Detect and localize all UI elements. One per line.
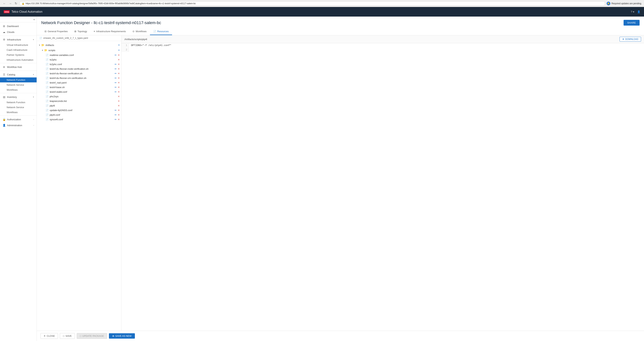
back-button[interactable]: ← — [2, 1, 6, 5]
file-edit-0[interactable]: ✏ — [115, 54, 117, 56]
sidebar-item-catalog-workflows[interactable]: Workflows — [0, 87, 36, 92]
save-new-label: SAVE AS NEW — [115, 335, 132, 337]
download-button[interactable]: ⬇ DOWNLOAD — [620, 37, 641, 41]
file-name-0: realtime-variables.conf — [50, 54, 114, 56]
page-title-row: Network Function Designer - llc-c1-testn… — [41, 20, 640, 25]
tree-file-ts2phc-conf[interactable]: 📄 ts2phc.conf ✏ ✕ — [37, 62, 121, 67]
sidebar-item-infrastructure-automation[interactable]: Infrastructure Automation — [0, 57, 36, 62]
save-button[interactable]: □ SAVE — [60, 333, 75, 339]
sidebar-item-partner-systems[interactable]: Partner Systems — [0, 52, 36, 57]
tab-resources[interactable]: 📄 Resources — [150, 28, 172, 35]
scripts-add-button[interactable]: + — [118, 48, 120, 52]
help-button[interactable]: ? ▾ — [631, 10, 634, 13]
browser-bar: ← → ↻ 🔒 https://10.208.70.66/telco/ui/tc… — [0, 0, 644, 7]
file-edit-7[interactable]: ✏ — [115, 86, 117, 89]
file-delete-2[interactable]: ✕ — [118, 63, 120, 66]
tree-file-update-ttygnss[interactable]: 📄 update-ttyGNSS.conf ✏ ✕ — [37, 108, 121, 113]
tree-artifacts-folder[interactable]: ▾ 📁 Artifacts + — [37, 42, 121, 48]
sidebar-item-clouds[interactable]: ☁ Clouds — [0, 29, 36, 35]
tree-file-ptp4l-conf[interactable]: 📄 ptp4l.conf ✏ ✕ — [37, 113, 121, 117]
file-actions-2: ✏ ✕ — [115, 63, 120, 66]
file-edit-6[interactable]: ✏ — [115, 81, 117, 84]
file-delete-6[interactable]: ✕ — [118, 81, 120, 84]
file-name-10: leapseconds.list — [50, 100, 117, 102]
update-package-button[interactable]: □ UPDATE PACKAGE — [77, 333, 107, 339]
share-button[interactable]: SHARE — [624, 20, 640, 25]
sidebar-item-inventory-network-service[interactable]: Network Service — [0, 105, 36, 110]
breadcrumb-file: vmware_nfv_custom_vnfd_2_7_1_types.yaml — [43, 37, 88, 39]
artifacts-add-button[interactable]: + — [118, 43, 120, 47]
save-as-new-button[interactable]: ⊕ SAVE AS NEW — [109, 333, 135, 339]
tree-file-testnf-du-flexran-node[interactable]: 📄 testnf-du-flexran-node-verification.sh… — [37, 67, 121, 71]
sidebar-item-inventory-network-function[interactable]: Network Function — [0, 100, 36, 105]
tree-file-ptp4l[interactable]: 📄 ptp4l ✕ — [37, 103, 121, 108]
file-delete-10[interactable]: ✕ — [118, 100, 120, 102]
line-number-2: 2 — [122, 48, 129, 52]
user-icon[interactable]: 👤 — [637, 10, 640, 13]
app-title: Telco Cloud Automation — [12, 10, 42, 13]
tree-file-testnf-nad[interactable]: 📄 testnf_nad.yaml ✏ ✕ — [37, 80, 121, 85]
file-edit-12[interactable]: ✏ — [115, 109, 117, 112]
tabs: ⊟ General Properties ⊞ Topology ≡ Infras… — [41, 28, 640, 35]
file-breadcrumb: 📄 vmware_nfv_custom_vnfd_2_7_1_types.yam… — [37, 35, 121, 41]
file-delete-7[interactable]: ✕ — [118, 86, 120, 89]
file-edit-3[interactable]: ✏ — [115, 67, 117, 70]
file-delete-1[interactable]: ✕ — [118, 58, 120, 61]
tab-topology[interactable]: ⊞ Topology — [71, 28, 90, 35]
sidebar-item-virtual-infrastructure[interactable]: Virtual Infrastructure — [0, 42, 36, 47]
file-edit-14[interactable]: ✏ — [115, 118, 117, 121]
file-delete-4[interactable]: ✕ — [118, 72, 120, 75]
tab-infrastructure-requirements[interactable]: ≡ Infrastructure Requirements — [90, 28, 129, 35]
file-delete-13[interactable]: ✕ — [118, 113, 120, 116]
tree-file-testnf-du-flexran-ver[interactable]: 📄 testnf-du-flexran-verification.sh ✏ ✕ — [37, 71, 121, 76]
file-edit-4[interactable]: ✏ — [115, 72, 117, 75]
file-edit-13[interactable]: ✏ — [115, 113, 117, 116]
file-icon-12: 📄 — [46, 109, 48, 112]
file-delete-5[interactable]: ✕ — [118, 77, 120, 79]
file-delete-9[interactable]: ✕ — [118, 95, 120, 98]
file-edit-5[interactable]: ✏ — [115, 77, 117, 79]
sidebar-collapse[interactable]: « — [0, 16, 36, 22]
tree-file-testnf-stalld[interactable]: 📄 testnf-stalld.conf ✏ ✕ — [37, 90, 121, 94]
sidebar-item-authorization[interactable]: 🔒 Authorization › — [0, 116, 36, 122]
download-label: DOWNLOAD — [625, 38, 638, 40]
sidebar-item-infrastructure[interactable]: ⚙ Infrastructure ▾ — [0, 37, 36, 42]
sidebar-item-inventory[interactable]: ▤ Inventory ▾ — [0, 94, 36, 100]
file-delete-8[interactable]: ✕ — [118, 90, 120, 93]
refresh-button[interactable]: ↻ — [14, 1, 18, 5]
sidebar-item-inventory-workflows[interactable]: Workflows — [0, 110, 36, 115]
tree-file-synce4l-conf[interactable]: 📄 synce4l.conf ✏ ✕ — [37, 117, 121, 122]
file-name-3: testnf-du-flexran-node-verification.sh — [50, 67, 114, 70]
file-delete-11[interactable]: ✕ — [118, 104, 120, 107]
tree-file-ts2phc[interactable]: 📄 ts2phc ✕ — [37, 57, 121, 62]
file-edit-8[interactable]: ✏ — [115, 90, 117, 93]
sidebar-item-administration[interactable]: 👤 Administration › — [0, 122, 36, 128]
sidebar-item-workflow-hub[interactable]: ⊛ Workflow Hub — [0, 64, 36, 70]
sidebar-label-infrastructure: Infrastructure — [7, 38, 32, 41]
tree-file-testnf-base[interactable]: 📄 testnf-base.sh ✏ ✕ — [37, 85, 121, 90]
tab-general-properties[interactable]: ⊟ General Properties — [41, 28, 71, 35]
file-edit-2[interactable]: ✏ — [115, 63, 117, 66]
sidebar-item-catalog[interactable]: ☰ Catalog ▾ — [0, 71, 36, 77]
sidebar-item-caas-infrastructure[interactable]: CaaS Infrastructure — [0, 47, 36, 52]
file-delete-14[interactable]: ✕ — [118, 118, 120, 121]
forward-button[interactable]: → — [8, 1, 12, 5]
tree-file-realtime-variables[interactable]: 📄 realtime-variables.conf ✏ ✕ — [37, 53, 121, 57]
sidebar-item-dashboard[interactable]: ⊞ Dashboard — [0, 23, 36, 29]
tree-scripts-folder[interactable]: ▾ 📁 scripts + — [37, 48, 121, 53]
file-content: 1 OPTIONS="-f /etc/ptp4l.conf" 2 — [122, 43, 644, 331]
file-delete-0[interactable]: ✕ — [118, 54, 120, 56]
tab-workflows[interactable]: ⊙ Workflows — [129, 28, 150, 35]
file-icon-13: 📄 — [46, 113, 48, 116]
sidebar-item-catalog-network-service[interactable]: Network Service — [0, 82, 36, 87]
tree-file-leapseconds[interactable]: 📄 leapseconds.list ✕ — [37, 99, 121, 103]
file-delete-12[interactable]: ✕ — [118, 109, 120, 112]
sidebar-item-catalog-network-function[interactable]: Network Function — [0, 77, 36, 82]
tree-file-phc2sys[interactable]: 📄 phc2sys ✕ — [37, 94, 121, 99]
file-icon-3: 📄 — [46, 67, 48, 70]
file-delete-3[interactable]: ✕ — [118, 67, 120, 70]
tree-file-testnf-du-flexran-vm[interactable]: 📄 testnf-du-flexran-vm-verification.sh ✏… — [37, 76, 121, 80]
file-actions-9: ✕ — [118, 95, 120, 98]
scripts-expand-icon: ▾ — [42, 49, 43, 51]
close-button[interactable]: ✕ CLOSE — [40, 333, 58, 339]
